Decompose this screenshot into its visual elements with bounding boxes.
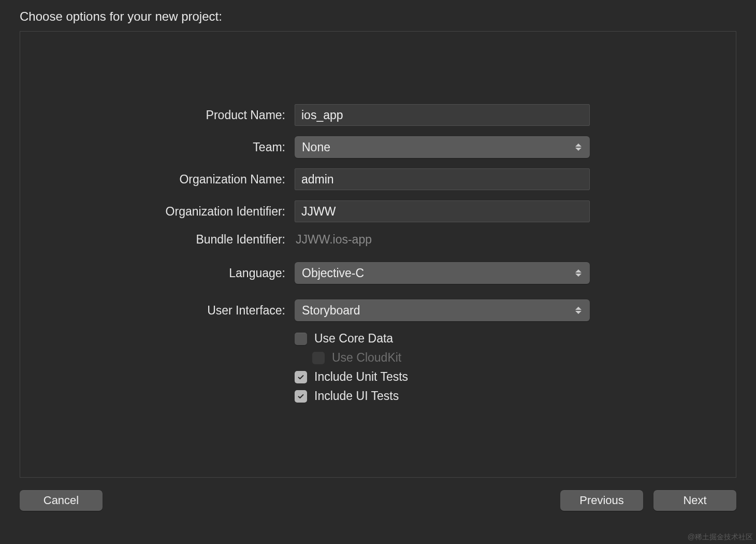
product-name-label: Product Name:: [20, 108, 295, 122]
user-interface-label: User Interface:: [20, 304, 295, 318]
use-core-data-label: Use Core Data: [314, 332, 393, 346]
bundle-identifier-value: JJWW.ios-app: [295, 233, 372, 246]
use-cloudkit-checkbox: [312, 352, 325, 364]
language-select[interactable]: Objective-C: [295, 262, 590, 284]
dialog-heading: Choose options for your new project:: [20, 9, 736, 24]
watermark-text: @稀土掘金技术社区: [688, 533, 753, 542]
include-ui-tests-label: Include UI Tests: [314, 389, 399, 403]
updown-caret-icon: [575, 267, 584, 279]
language-label: Language:: [20, 266, 295, 280]
team-select[interactable]: None: [295, 136, 590, 158]
organization-identifier-label: Organization Identifier:: [20, 205, 295, 219]
user-interface-select-value: Storyboard: [302, 304, 360, 318]
language-select-value: Objective-C: [302, 266, 364, 280]
organization-identifier-input[interactable]: [295, 201, 590, 222]
include-ui-tests-checkbox[interactable]: [295, 390, 307, 403]
checkmark-icon: [297, 374, 304, 381]
checkmark-icon: [297, 393, 304, 400]
cancel-button[interactable]: Cancel: [20, 490, 103, 511]
include-unit-tests-checkbox[interactable]: [295, 371, 307, 383]
use-core-data-checkbox[interactable]: [295, 333, 307, 345]
updown-caret-icon: [575, 141, 584, 153]
product-name-input[interactable]: [295, 104, 590, 126]
use-cloudkit-label: Use CloudKit: [332, 351, 401, 365]
team-select-value: None: [302, 140, 330, 154]
previous-button[interactable]: Previous: [560, 490, 643, 511]
organization-name-label: Organization Name:: [20, 173, 295, 187]
bundle-identifier-label: Bundle Identifier:: [20, 233, 295, 247]
team-label: Team:: [20, 140, 295, 154]
updown-caret-icon: [575, 305, 584, 316]
next-button[interactable]: Next: [653, 490, 736, 511]
options-panel: Product Name: Team: None Organiz: [20, 31, 736, 478]
organization-name-input[interactable]: [295, 168, 590, 190]
user-interface-select[interactable]: Storyboard: [295, 299, 590, 321]
include-unit-tests-label: Include Unit Tests: [314, 370, 408, 384]
